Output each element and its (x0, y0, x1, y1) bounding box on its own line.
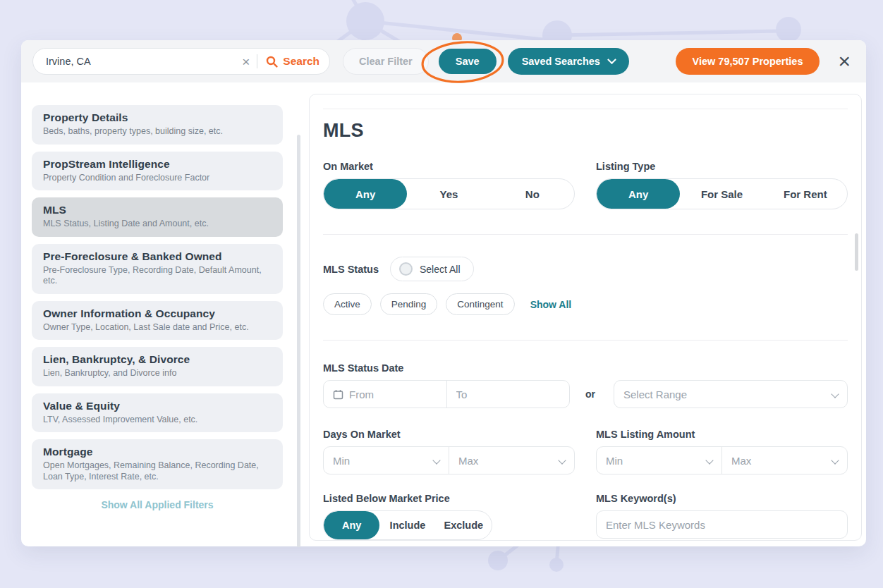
chevron-down-icon (607, 55, 616, 64)
date-from-input[interactable] (324, 381, 446, 408)
show-all-applied-filters-link[interactable]: Show All Applied Filters (32, 499, 283, 510)
below-market-option-exclude[interactable]: Exclude (436, 511, 492, 539)
on-market-segmented-control: Any Yes No (323, 178, 575, 209)
sidebar-item-title: PropStream Intelligence (43, 158, 272, 171)
search-icon (266, 56, 278, 68)
listed-below-market-field: Listed Below Market Price Any Include Ex… (323, 493, 575, 540)
mls-status-date-field: MLS Status Date (323, 362, 848, 408)
select-all-toggle[interactable]: Select All (390, 257, 474, 281)
mls-status-chip-pending[interactable]: Pending (380, 293, 438, 315)
listing-type-option-for-sale[interactable]: For Sale (680, 179, 763, 209)
sidebar-item-subtitle: Beds, baths, property types, building si… (43, 126, 272, 137)
modal-body: Property Details Beds, baths, property t… (21, 82, 866, 548)
sidebar-item-title: Property Details (43, 111, 272, 124)
divider (323, 234, 848, 235)
listing-type-label: Listing Type (596, 161, 848, 172)
saved-searches-button[interactable]: Saved Searches (508, 48, 629, 75)
sidebar-item-title: Owner Information & Occupancy (43, 307, 272, 320)
mls-keywords-field: MLS Keyword(s) (596, 493, 848, 540)
calendar-icon (333, 389, 343, 400)
chevron-down-icon (558, 456, 566, 464)
panel-scrollbar[interactable] (855, 233, 858, 271)
mls-keywords-label: MLS Keyword(s) (596, 493, 848, 504)
mls-filter-panel: MLS On Market Any Yes No Listing Type An… (309, 94, 862, 541)
sidebar-item-mortgage[interactable]: Mortgage Open Mortgages, Remaining Balan… (32, 439, 283, 489)
date-to-text[interactable] (456, 388, 561, 400)
date-from-text[interactable] (349, 388, 437, 400)
sidebar-item-subtitle: Open Mortgages, Remaining Balance, Recor… (43, 460, 272, 482)
mls-keywords-input-wrap (596, 510, 848, 539)
sidebar-item-title: Lien, Bankruptcy, & Divorce (43, 353, 272, 366)
mls-listing-amount-label: MLS Listing Amount (596, 429, 848, 440)
saved-searches-label: Saved Searches (522, 56, 600, 67)
sidebar-item-subtitle: LTV, Assessed Improvement Value, etc. (43, 415, 272, 426)
chevron-down-icon (831, 456, 839, 464)
sidebar-item-title: MLS (43, 204, 272, 216)
sidebar-item-property-details[interactable]: Property Details Beds, baths, property t… (32, 105, 283, 145)
min-placeholder: Min (333, 455, 350, 467)
sidebar-item-title: Mortgage (43, 446, 272, 458)
below-market-option-any[interactable]: Any (324, 511, 379, 539)
location-search-box[interactable]: × Search (32, 48, 330, 75)
listed-below-market-label: Listed Below Market Price (323, 493, 575, 504)
sidebar-item-subtitle: Pre-Foreclosure Type, Recording Date, De… (43, 265, 272, 287)
mls-listing-amount-field: MLS Listing Amount Min Max (596, 429, 848, 474)
date-to-input[interactable] (446, 381, 570, 408)
on-market-option-yes[interactable]: Yes (407, 179, 490, 209)
chevron-down-icon (432, 456, 440, 464)
on-market-label: On Market (323, 161, 575, 172)
sidebar-item-propstream-intelligence[interactable]: PropStream Intelligence Property Conditi… (32, 152, 283, 191)
on-market-option-no[interactable]: No (491, 179, 574, 209)
sidebar-scrollbar[interactable] (297, 135, 300, 547)
sidebar-item-subtitle: Lien, Bankruptcy, and Divorce info (43, 368, 272, 379)
sidebar-item-title: Value & Equity (43, 400, 272, 412)
listing-type-segmented-control: Any For Sale For Rent (596, 178, 848, 209)
search-button-label: Search (283, 55, 319, 68)
mls-status-label: MLS Status (323, 264, 379, 275)
below-market-option-include[interactable]: Include (379, 511, 435, 539)
save-button-wrapper: Save (439, 49, 497, 74)
search-button[interactable]: Search (266, 55, 319, 68)
search-input[interactable] (46, 56, 239, 67)
listing-amount-max-dropdown[interactable]: Max (721, 447, 847, 474)
divider (323, 340, 848, 341)
sidebar-item-mls[interactable]: MLS MLS Status, Listing Date and Amount,… (32, 197, 283, 237)
listing-type-option-for-rent[interactable]: For Rent (764, 179, 847, 209)
divider (257, 54, 257, 68)
days-on-market-min-dropdown[interactable]: Min (324, 447, 449, 474)
modal-header: × Search Clear Filter Save Saved Searche… (21, 40, 866, 82)
sidebar-item-subtitle: Owner Type, Location, Last Sale date and… (43, 322, 272, 333)
below-market-segmented-control: Any Include Exclude (323, 510, 492, 540)
select-range-dropdown[interactable]: Select Range (614, 380, 848, 408)
select-range-placeholder: Select Range (623, 388, 687, 400)
max-placeholder: Max (458, 455, 478, 467)
chevron-down-icon (705, 456, 713, 464)
clear-filter-button[interactable]: Clear Filter (343, 48, 429, 75)
max-placeholder: Max (731, 455, 751, 467)
listing-amount-min-dropdown[interactable]: Min (597, 447, 721, 474)
on-market-option-any[interactable]: Any (324, 179, 407, 209)
sidebar-item-owner-information[interactable]: Owner Information & Occupancy Owner Type… (32, 301, 283, 341)
date-range-group (323, 380, 570, 408)
sidebar-item-pre-foreclosure[interactable]: Pre-Foreclosure & Banked Owned Pre-Forec… (32, 244, 283, 294)
save-button[interactable]: Save (439, 49, 497, 74)
divider (323, 109, 848, 109)
radio-icon (399, 262, 413, 276)
show-all-link[interactable]: Show All (530, 299, 572, 310)
mls-status-date-label: MLS Status Date (323, 362, 848, 374)
close-icon[interactable]: × (838, 51, 851, 72)
mls-status-chip-contingent[interactable]: Contingent (446, 293, 514, 315)
sidebar-item-lien-bankruptcy-divorce[interactable]: Lien, Bankruptcy, & Divorce Lien, Bankru… (32, 347, 283, 386)
mls-status-chip-active[interactable]: Active (323, 293, 372, 315)
sidebar-item-value-equity[interactable]: Value & Equity LTV, Assessed Improvement… (32, 393, 283, 433)
select-all-label: Select All (420, 264, 461, 275)
sidebar-item-title: Pre-Foreclosure & Banked Owned (43, 250, 272, 263)
min-placeholder: Min (606, 455, 623, 467)
clear-search-icon[interactable]: × (239, 55, 257, 68)
days-on-market-max-dropdown[interactable]: Max (449, 447, 574, 474)
filter-category-sidebar: Property Details Beds, baths, property t… (32, 94, 300, 541)
or-label: or (585, 388, 595, 400)
mls-keywords-input[interactable] (606, 519, 838, 531)
view-properties-button[interactable]: View 79,507 Properties (676, 48, 820, 75)
listing-type-option-any[interactable]: Any (597, 179, 680, 209)
